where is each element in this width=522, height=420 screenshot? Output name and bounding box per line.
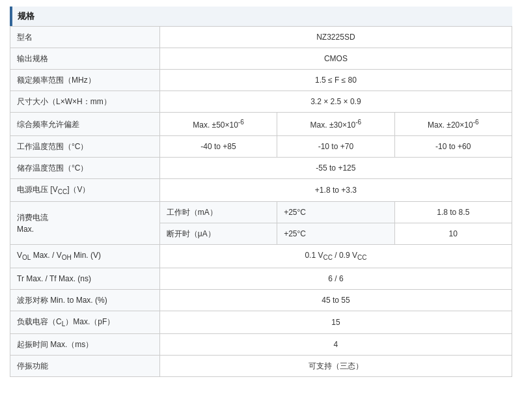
- current-sub-label-2: 断开时（μA）: [159, 223, 277, 245]
- row-value-1: -40 to +85: [159, 136, 277, 158]
- page-wrapper: 规格 型名 NZ3225SD 输出规格 CMOS 额定频率范围（MHz） 1.5…: [0, 0, 522, 384]
- current-sub-label-1: 工作时（mA）: [159, 202, 277, 223]
- current-temp-1: +25°C: [277, 202, 394, 223]
- table-row: 综合频率允许偏差 Max. ±50×10-6 Max. ±30×10-6 Max…: [10, 113, 512, 136]
- table-row: 负载电容（CL）Max.（pF） 15: [10, 311, 512, 333]
- row-label: 电源电压 [VCC]（V）: [10, 179, 160, 202]
- table-row: 电源电压 [VCC]（V） +1.8 to +3.3: [10, 179, 512, 202]
- row-label: 输出规格: [10, 48, 160, 70]
- current-value-1: 1.8 to 8.5: [394, 202, 512, 223]
- specs-table: 型名 NZ3225SD 输出规格 CMOS 额定频率范围（MHz） 1.5 ≤ …: [10, 26, 512, 377]
- row-label: 起振时间 Max.（ms）: [10, 334, 160, 356]
- row-value: CMOS: [159, 48, 512, 70]
- row-value: -55 to +125: [159, 158, 512, 179]
- table-row: 起振时间 Max.（ms） 4: [10, 334, 512, 356]
- row-value: 1.5 ≤ F ≤ 80: [159, 70, 512, 91]
- table-row: 输出规格 CMOS: [10, 48, 512, 70]
- row-label: 负载电容（CL）Max.（pF）: [10, 311, 160, 333]
- table-row: Tr Max. / Tf Max. (ns) 6 / 6: [10, 268, 512, 289]
- current-temp-2: +25°C: [277, 223, 394, 245]
- row-label: 型名: [10, 27, 160, 48]
- row-value: 45 to 55: [159, 289, 512, 311]
- row-value-3: Max. ±20×10-6: [394, 113, 512, 136]
- current-value-2: 10: [394, 223, 512, 245]
- row-label: 尺寸大小（L×W×H：mm）: [10, 91, 160, 113]
- row-value: 15: [159, 311, 512, 333]
- row-value-2: Max. ±30×10-6: [277, 113, 394, 136]
- current-main-label: 消费电流 Max.: [10, 202, 160, 245]
- table-row-current-work: 消费电流 Max. 工作时（mA） +25°C 1.8 to 8.5: [10, 202, 512, 223]
- row-value: 4: [159, 334, 512, 356]
- row-value-2: -10 to +70: [277, 136, 394, 158]
- row-label: 综合频率允许偏差: [10, 113, 160, 136]
- row-value: 3.2 × 2.5 × 0.9: [159, 91, 512, 113]
- section-title: 规格: [10, 7, 512, 26]
- row-label: 储存温度范围（°C）: [10, 158, 160, 179]
- row-label: 额定频率范围（MHz）: [10, 70, 160, 91]
- row-value: NZ3225SD: [159, 27, 512, 48]
- row-value-1: Max. ±50×10-6: [159, 113, 277, 136]
- row-value: 可支持（三态）: [159, 356, 512, 377]
- row-label: 工作温度范围（°C）: [10, 136, 160, 158]
- row-label: 波形对称 Min. to Max. (%): [10, 289, 160, 311]
- table-row: VOL Max. / VOH Min. (V) 0.1 VCC / 0.9 VC…: [10, 245, 512, 268]
- table-row: 尺寸大小（L×W×H：mm） 3.2 × 2.5 × 0.9: [10, 91, 512, 113]
- table-row: 波形对称 Min. to Max. (%) 45 to 55: [10, 289, 512, 311]
- row-value: 6 / 6: [159, 268, 512, 289]
- row-label: VOL Max. / VOH Min. (V): [10, 245, 160, 268]
- row-label: Tr Max. / Tf Max. (ns): [10, 268, 160, 289]
- table-row: 型名 NZ3225SD: [10, 27, 512, 48]
- row-value: +1.8 to +3.3: [159, 179, 512, 202]
- row-value-3: -10 to +60: [394, 136, 512, 158]
- table-row: 停振功能 可支持（三态）: [10, 356, 512, 377]
- table-row: 额定频率范围（MHz） 1.5 ≤ F ≤ 80: [10, 70, 512, 91]
- table-row: 储存温度范围（°C） -55 to +125: [10, 158, 512, 179]
- row-value: 0.1 VCC / 0.9 VCC: [159, 245, 512, 268]
- row-label: 停振功能: [10, 356, 160, 377]
- table-row: 工作温度范围（°C） -40 to +85 -10 to +70 -10 to …: [10, 136, 512, 158]
